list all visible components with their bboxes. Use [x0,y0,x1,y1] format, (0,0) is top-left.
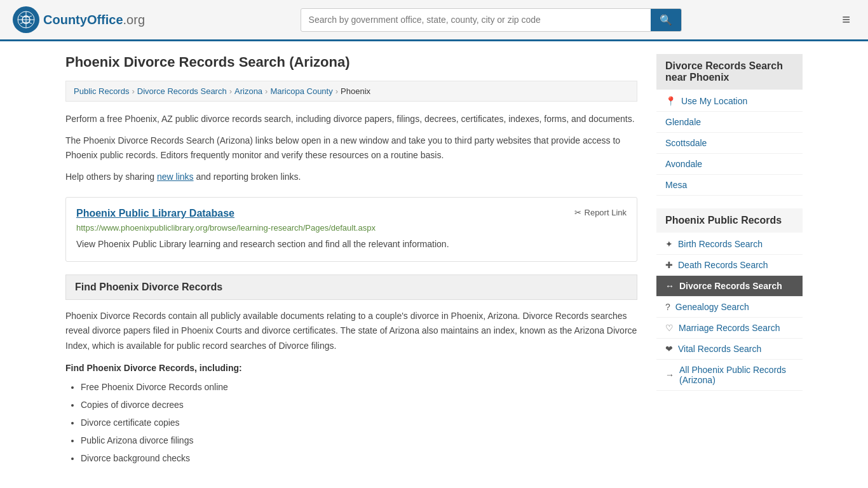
birth-icon: ✦ [665,239,673,249]
all-records-label: All Phoenix Public Records (Arizona) [679,365,794,385]
death-icon: ✚ [665,260,673,270]
logo-icon [13,6,39,33]
page-title: Phoenix Divorce Records Search (Arizona) [65,54,637,71]
search-input[interactable] [301,10,651,30]
menu-button[interactable]: ≡ [837,9,855,30]
public-records-card: Phoenix Public Records ✦ Birth Records S… [656,208,803,391]
city-link-scottsdale[interactable]: Scottsdale [656,133,803,154]
main-content: Phoenix Divorce Records Search (Arizona)… [65,54,637,467]
breadcrumb-sep-4: › [336,86,338,96]
search-bar: 🔍 [301,8,682,32]
location-icon: 📍 [665,96,676,106]
vital-records-link[interactable]: ❤ Vital Records Search [656,339,803,360]
page-container: Phoenix Divorce Records Search (Arizona)… [53,41,815,480]
divorce-icon: ↔ [665,281,674,291]
city-label: Glendale [665,117,701,127]
use-my-location-link[interactable]: 📍 Use My Location [656,91,803,112]
breadcrumb: Public Records › Divorce Records Search … [65,81,637,102]
genealogy-label: Genealogy Search [675,302,749,312]
new-links-link[interactable]: new links [157,172,194,182]
list-item: Copies of divorce decrees [81,396,637,414]
birth-records-link[interactable]: ✦ Birth Records Search [656,234,803,255]
breadcrumb-sep-2: › [229,86,232,96]
resource-desc: View Phoenix Public Library learning and… [76,238,627,251]
birth-records-label: Birth Records Search [678,239,763,249]
resource-title[interactable]: Phoenix Public Library Database [76,208,234,219]
resource-header: Phoenix Public Library Database ✂ Report… [76,208,627,219]
help-text: Help others by sharing new links and rep… [65,170,637,184]
city-link-glendale[interactable]: Glendale [656,112,803,133]
site-logo[interactable]: CountyOffice.org [13,6,145,33]
breadcrumb-maricopa[interactable]: Maricopa County [270,86,332,96]
breadcrumb-arizona[interactable]: Arizona [234,86,262,96]
marriage-records-link[interactable]: ♡ Marriage Records Search [656,318,803,339]
list-item: Divorce background checks [81,449,637,467]
breadcrumb-divorce-records[interactable]: Divorce Records Search [137,86,227,96]
arrow-icon: → [665,370,674,380]
find-section-title: Find Phoenix Divorce Records [75,281,628,293]
city-link-avondale[interactable]: Avondale [656,154,803,175]
city-label: Avondale [665,159,702,169]
city-label: Scottsdale [665,138,707,148]
find-list: Free Phoenix Divorce Records online Copi… [81,378,637,467]
breadcrumb-phoenix: Phoenix [341,86,370,96]
search-button[interactable]: 🔍 [651,9,681,31]
list-item: Public Arizona divorce filings [81,431,637,449]
report-icon: ✂ [574,208,581,217]
find-list-label: Find Phoenix Divorce Records, including: [65,363,637,373]
vital-icon: ❤ [665,344,673,354]
death-records-link[interactable]: ✚ Death Records Search [656,255,803,276]
sidebar: Divorce Records Search near Phoenix 📍 Us… [656,54,803,467]
nearby-title: Divorce Records Search near Phoenix [656,54,803,90]
find-section-header: Find Phoenix Divorce Records [65,274,637,300]
genealogy-link[interactable]: ? Genealogy Search [656,297,803,318]
list-item: Free Phoenix Divorce Records online [81,378,637,396]
city-label: Mesa [665,180,687,190]
death-records-label: Death Records Search [678,260,768,270]
breadcrumb-sep-3: › [265,86,268,96]
use-my-location-label: Use My Location [681,96,747,106]
marriage-records-label: Marriage Records Search [679,323,780,333]
marriage-icon: ♡ [665,323,674,333]
resource-url[interactable]: https://www.phoenixpubliclibrary.org/bro… [76,223,627,233]
list-item: Divorce certificate copies [81,414,637,431]
breadcrumb-public-records[interactable]: Public Records [74,86,129,96]
intro-para-2: The Phoenix Divorce Records Search (Ariz… [65,133,637,162]
resource-card: Phoenix Public Library Database ✂ Report… [65,197,637,262]
all-records-link[interactable]: → All Phoenix Public Records (Arizona) [656,360,803,391]
vital-records-label: Vital Records Search [678,344,761,354]
breadcrumb-sep-1: › [132,86,134,96]
public-records-title: Phoenix Public Records [656,208,803,233]
report-link[interactable]: ✂ Report Link [574,208,627,217]
divorce-records-link[interactable]: ↔ Divorce Records Search [656,276,803,297]
city-link-mesa[interactable]: Mesa [656,175,803,196]
nearby-card: Divorce Records Search near Phoenix 📍 Us… [656,54,803,196]
divorce-records-label: Divorce Records Search [679,281,782,291]
genealogy-icon: ? [665,302,670,312]
find-section-body: Phoenix Divorce Records contain all publ… [65,309,637,354]
intro-para-1: Perform a free Phoenix, AZ public divorc… [65,112,637,126]
logo-text: CountyOffice.org [43,13,145,27]
site-header: CountyOffice.org 🔍 ≡ [0,0,868,41]
